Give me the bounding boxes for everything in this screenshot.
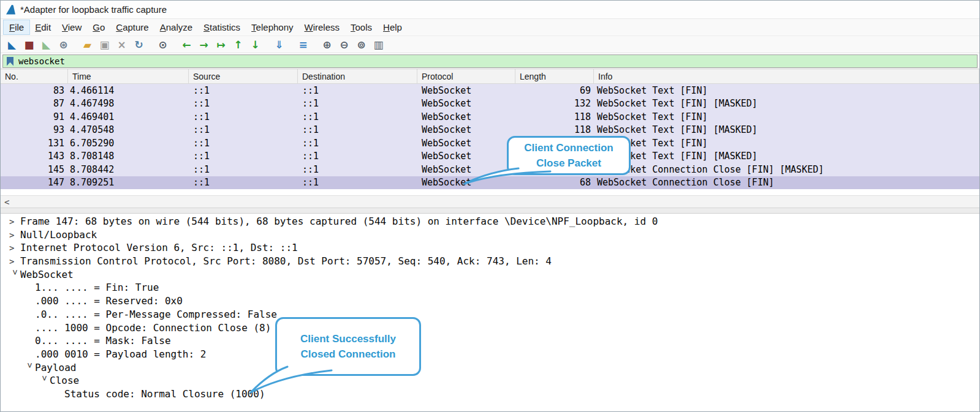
auto-scroll-icon[interactable]: ⇓ bbox=[271, 37, 287, 52]
menu-item[interactable]: Tools bbox=[345, 20, 378, 34]
table-row[interactable]: 93 4.470548 ::1 ::1 WebSocket 118 WebSoc… bbox=[1, 124, 979, 137]
menu-item[interactable]: Wireless bbox=[299, 20, 346, 34]
menu-item[interactable]: Statistics bbox=[198, 20, 246, 34]
expander-icon[interactable]: > bbox=[37, 376, 51, 387]
cell-protocol: WebSocket bbox=[417, 98, 515, 109]
open-file-icon[interactable]: ▰ bbox=[79, 37, 96, 52]
go-to-packet-icon[interactable]: ↦ bbox=[213, 37, 229, 52]
cell-time: 6.705290 bbox=[68, 138, 189, 149]
menu-item[interactable]: Go bbox=[87, 20, 110, 34]
detail-text: WebSocket bbox=[20, 269, 74, 280]
cell-info: WebSocket Text [FIN] bbox=[594, 111, 979, 122]
title-bar: *Adapter for loopback traffic capture bbox=[1, 1, 979, 19]
zoom-out-icon[interactable]: ⊖ bbox=[336, 37, 352, 52]
table-row[interactable]: 131 6.705290 ::1 ::1 WebSocket WebSocket… bbox=[1, 137, 979, 150]
save-file-icon[interactable]: ▣ bbox=[96, 37, 113, 52]
detail-line[interactable]: Status code: Normal Closure (1000) bbox=[1, 388, 979, 401]
cell-length: 118 bbox=[515, 124, 594, 135]
detail-line[interactable]: >Frame 147: 68 bytes on wire (544 bits),… bbox=[1, 215, 979, 228]
detail-line[interactable]: .0.. .... = Per-Message Compressed: Fals… bbox=[1, 308, 979, 321]
column-header[interactable]: Length bbox=[515, 69, 594, 83]
detail-text: Transmission Control Protocol, Src Port:… bbox=[20, 255, 552, 267]
menu-item[interactable]: Edit bbox=[29, 20, 56, 34]
pane-splitter[interactable] bbox=[1, 208, 979, 214]
column-header[interactable]: Time bbox=[68, 69, 189, 83]
cell-destination: ::1 bbox=[298, 111, 417, 122]
display-filter-input[interactable]: websocket bbox=[2, 54, 978, 68]
cell-destination: ::1 bbox=[298, 85, 417, 96]
reload-icon[interactable]: ↻ bbox=[131, 37, 147, 52]
detail-text: Payload bbox=[35, 362, 76, 373]
menu-item[interactable]: Telephony bbox=[246, 20, 298, 34]
cell-time: 4.467498 bbox=[68, 98, 189, 109]
resize-columns-icon[interactable]: ▥ bbox=[370, 37, 387, 52]
cell-time: 4.470548 bbox=[68, 124, 189, 135]
cell-length: 69 bbox=[515, 85, 594, 96]
bookmark-icon[interactable] bbox=[7, 57, 13, 66]
column-header[interactable]: Info bbox=[594, 69, 979, 83]
go-last-icon[interactable]: ↓ bbox=[247, 37, 264, 52]
zoom-reset-icon[interactable]: ⊚ bbox=[353, 37, 370, 52]
menu-item[interactable]: Help bbox=[378, 20, 408, 34]
stop-capture-icon[interactable]: ■ bbox=[21, 37, 37, 52]
filter-value: websocket bbox=[18, 56, 65, 66]
column-header[interactable]: Protocol bbox=[417, 69, 515, 83]
expander-icon[interactable]: > bbox=[9, 229, 20, 242]
table-row[interactable]: 83 4.466114 ::1 ::1 WebSocket 69 WebSock… bbox=[1, 84, 979, 97]
expander-icon[interactable]: > bbox=[9, 215, 20, 229]
cell-destination: ::1 bbox=[298, 98, 417, 109]
start-capture-icon[interactable]: ◣ bbox=[4, 37, 20, 52]
detail-text: .0.. .... = Per-Message Compressed: Fals… bbox=[35, 309, 277, 320]
detail-line[interactable]: >WebSocket bbox=[1, 268, 979, 282]
detail-line[interactable]: 0... .... = Mask: False bbox=[1, 334, 979, 348]
restart-capture-icon[interactable]: ◣ bbox=[38, 37, 55, 52]
cell-no: 83 bbox=[1, 85, 68, 96]
packet-list-header: No.TimeSourceDestinationProtocolLengthIn… bbox=[1, 69, 979, 84]
detail-line[interactable]: 1... .... = Fin: True bbox=[1, 281, 979, 294]
wireshark-window: *Adapter for loopback traffic capture Fi… bbox=[0, 0, 980, 412]
go-forward-icon[interactable]: → bbox=[196, 37, 212, 52]
close-file-icon[interactable]: × bbox=[113, 37, 130, 52]
table-row[interactable]: 143 8.708148 ::1 ::1 WebSocket WebSocket… bbox=[1, 150, 979, 163]
find-packet-icon[interactable]: ⊙ bbox=[154, 37, 171, 52]
menu-item[interactable]: Analyze bbox=[154, 20, 198, 34]
callout-text: Client Connection bbox=[524, 140, 613, 155]
colorize-icon[interactable]: ≡ bbox=[295, 37, 311, 52]
detail-line[interactable]: >Transmission Control Protocol, Src Port… bbox=[1, 255, 979, 268]
cell-info: WebSocket Connection Close [FIN] bbox=[594, 177, 979, 188]
column-header[interactable]: Destination bbox=[298, 69, 417, 83]
detail-line[interactable]: >Close bbox=[1, 374, 979, 388]
expander-icon[interactable]: > bbox=[8, 270, 21, 281]
go-first-icon[interactable]: ↑ bbox=[230, 37, 246, 52]
capture-options-icon[interactable]: ⊛ bbox=[55, 37, 72, 52]
wireshark-logo-icon bbox=[6, 5, 15, 15]
cell-time: 4.466114 bbox=[68, 85, 189, 96]
menu-item[interactable]: Capture bbox=[110, 20, 154, 34]
scroll-left-icon[interactable]: < bbox=[1, 197, 9, 207]
detail-text: 1... .... = Fin: True bbox=[35, 282, 159, 293]
cell-no: 147 bbox=[1, 177, 68, 188]
cell-no: 143 bbox=[1, 151, 68, 162]
detail-line[interactable]: >Null/Loopback bbox=[1, 228, 979, 242]
detail-line[interactable]: .000 .... = Reserved: 0x0 bbox=[1, 294, 979, 308]
detail-line[interactable]: >Payload bbox=[1, 361, 979, 375]
expander-icon[interactable]: > bbox=[9, 242, 20, 255]
horizontal-scrollbar[interactable]: < bbox=[1, 195, 979, 208]
table-row[interactable]: 91 4.469401 ::1 ::1 WebSocket 118 WebSoc… bbox=[1, 110, 979, 124]
callout-tail-icon bbox=[245, 359, 336, 394]
zoom-in-icon[interactable]: ⊕ bbox=[319, 37, 335, 52]
menu-item[interactable]: File bbox=[4, 20, 29, 34]
detail-line[interactable]: >Internet Protocol Version 6, Src: ::1, … bbox=[1, 241, 979, 255]
detail-line[interactable]: .... 1000 = Opcode: Connection Close (8) bbox=[1, 321, 979, 335]
menu-item[interactable]: View bbox=[56, 20, 87, 34]
expander-icon[interactable]: > bbox=[23, 362, 36, 373]
go-back-icon[interactable]: ← bbox=[178, 37, 195, 52]
column-header[interactable]: Source bbox=[189, 69, 298, 83]
detail-line[interactable]: .000 0010 = Payload length: 2 bbox=[1, 348, 979, 361]
cell-info: WebSocket Text [FIN] [MASKED] bbox=[594, 98, 979, 109]
expander-icon[interactable]: > bbox=[9, 255, 20, 269]
column-header[interactable]: No. bbox=[1, 69, 68, 83]
callout-text: Client Successfully bbox=[300, 331, 396, 346]
cell-length: 132 bbox=[515, 98, 594, 109]
table-row[interactable]: 87 4.467498 ::1 ::1 WebSocket 132 WebSoc… bbox=[1, 97, 979, 111]
